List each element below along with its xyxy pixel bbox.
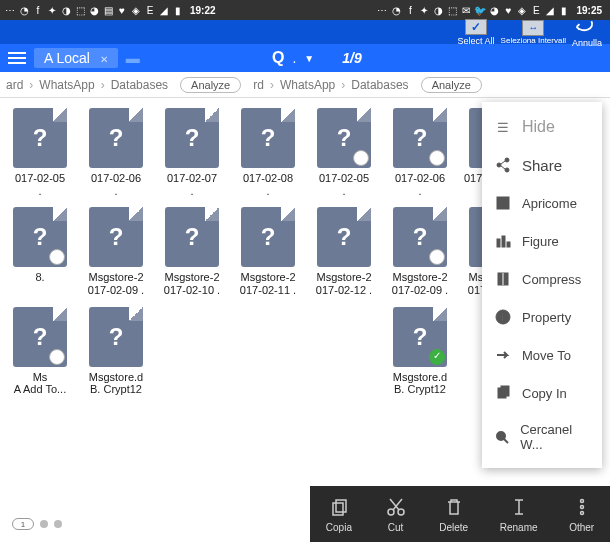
page-dot[interactable]: [54, 520, 62, 528]
file-icon: ?: [241, 108, 295, 168]
file-name-line1: 017-02-08: [230, 172, 306, 185]
file-item[interactable]: ?017-02-06.: [78, 102, 154, 197]
analyze-button-2[interactable]: Analyze: [421, 77, 482, 93]
file-icon: ?: [89, 307, 143, 367]
move-icon: [494, 346, 512, 364]
ctx-search[interactable]: Cercanel W...: [482, 412, 602, 462]
file-item[interactable]: ?Msgstore-2017-02-09 .: [382, 201, 458, 296]
btm-rename[interactable]: Rename: [500, 496, 538, 533]
svg-rect-13: [333, 503, 343, 515]
file-name-line2: .: [114, 185, 117, 198]
file-name-line2: .: [418, 185, 421, 198]
crumb-databases2[interactable]: Databases: [345, 78, 414, 92]
file-item[interactable]: ?Msgstore.dB. Crypt12: [382, 301, 458, 396]
svg-rect-4: [497, 239, 500, 247]
selection-indicator[interactable]: [49, 349, 65, 365]
btm-delete[interactable]: Delete: [439, 496, 468, 533]
ctx-compress[interactable]: Compress: [482, 260, 602, 298]
undo-action[interactable]: Annulla: [572, 17, 602, 48]
file-icon: ?: [317, 207, 371, 267]
file-icon: ?: [165, 108, 219, 168]
file-icon: ?: [393, 108, 447, 168]
file-item[interactable]: ?Msgstore.dB. Crypt12: [78, 301, 154, 396]
crumb-card2[interactable]: rd: [247, 78, 270, 92]
file-icon: ?: [89, 207, 143, 267]
search-counter: 1/9: [342, 50, 361, 66]
file-icon: ?: [89, 108, 143, 168]
ctx-openwith[interactable]: Apricome: [482, 184, 602, 222]
analyze-button[interactable]: Analyze: [180, 77, 241, 93]
crumb-whatsapp[interactable]: WhatsApp: [33, 78, 100, 92]
location-tab[interactable]: A Local ✕: [34, 48, 118, 68]
file-icon: ?: [13, 207, 67, 267]
file-name-line2: 017-02-09 .: [392, 284, 448, 297]
selection-indicator[interactable]: [353, 150, 369, 166]
file-item[interactable]: ?017-02-06.: [382, 102, 458, 197]
file-item[interactable]: ?017-02-05.: [306, 102, 382, 197]
file-name-line1: 017-02-06: [78, 172, 154, 185]
file-name-line1: Msgstore.d: [78, 371, 154, 384]
file-name-line1: Msgstore-2: [306, 271, 382, 284]
file-name-line2: .: [38, 185, 41, 198]
file-name-line2: B. Crypt12: [394, 383, 446, 396]
menu-icon[interactable]: [8, 52, 26, 64]
svg-point-1: [497, 163, 501, 167]
tab-label: A Local: [44, 50, 90, 66]
btm-copy[interactable]: Copia: [326, 496, 352, 533]
delete-icon: [442, 496, 466, 518]
ctx-hide[interactable]: ☰ Hide: [482, 108, 602, 146]
file-item[interactable]: ?017-02-07.: [154, 102, 230, 197]
file-item[interactable]: ?Msgstore-2017-02-10 .: [154, 201, 230, 296]
file-name-line1: Msgstore.d: [382, 371, 458, 384]
file-icon: ?: [241, 207, 295, 267]
select-range-action[interactable]: ↔ Seleziona Intervall: [501, 20, 566, 45]
crumb-whatsapp2[interactable]: WhatsApp: [274, 78, 341, 92]
select-all-action[interactable]: ✓ Select All: [458, 19, 495, 46]
svg-rect-11: [501, 386, 509, 396]
file-item[interactable]: ?017-02-05.: [2, 102, 78, 197]
btm-other[interactable]: Other: [569, 496, 594, 533]
ctx-copyin[interactable]: Copy In: [482, 374, 602, 412]
selection-indicator[interactable]: [429, 150, 445, 166]
file-icon: ?: [317, 108, 371, 168]
file-name-line1: 017-02-05: [306, 172, 382, 185]
page-dot[interactable]: [40, 520, 48, 528]
page-indicator: 1: [12, 518, 62, 530]
svg-point-17: [580, 499, 583, 502]
file-name-line2: 017-02-10 .: [164, 284, 220, 297]
file-item[interactable]: ?MsA Add To...: [2, 301, 78, 396]
undo-label: Annulla: [572, 38, 602, 48]
selection-indicator[interactable]: [49, 249, 65, 265]
ctx-figure[interactable]: Figure: [482, 222, 602, 260]
crumb-databases[interactable]: Databases: [105, 78, 174, 92]
file-icon: ?: [393, 307, 447, 367]
file-name-line2: B. Crypt12: [90, 383, 142, 396]
more-icon: [570, 496, 594, 518]
file-icon: ?: [393, 207, 447, 267]
rename-icon: [507, 496, 531, 518]
file-item[interactable]: ?8.: [2, 201, 78, 296]
ctx-property[interactable]: i Property: [482, 298, 602, 336]
selection-indicator[interactable]: [429, 349, 445, 365]
file-icon: ?: [13, 108, 67, 168]
ctx-moveto[interactable]: Move To: [482, 336, 602, 374]
compress-icon: [494, 270, 512, 288]
crumb-card[interactable]: ard: [0, 78, 29, 92]
file-item[interactable]: ?Msgstore-2017-02-09 .: [78, 201, 154, 296]
btm-cut[interactable]: Cut: [384, 496, 408, 533]
window-icon[interactable]: ▬: [126, 50, 140, 66]
dropdown-icon[interactable]: ▼: [304, 53, 314, 64]
file-item[interactable]: ?Msgstore-2017-02-11 .: [230, 201, 306, 296]
context-menu: ☰ Hide Share Apricome Figure Compress i …: [482, 102, 602, 468]
selection-indicator[interactable]: [429, 249, 445, 265]
tab-close-icon[interactable]: ✕: [100, 54, 108, 65]
file-name-line1: 017-02-05: [2, 172, 78, 185]
file-item[interactable]: ?017-02-08.: [230, 102, 306, 197]
share-icon: [494, 156, 512, 174]
figure-icon: [494, 232, 512, 250]
file-item[interactable]: ?Msgstore-2017-02-12 .: [306, 201, 382, 296]
status-time-right: 19:25: [576, 5, 602, 16]
search-icon[interactable]: Q: [272, 49, 284, 67]
ctx-share[interactable]: Share: [482, 146, 602, 184]
page-current: 1: [12, 518, 34, 530]
